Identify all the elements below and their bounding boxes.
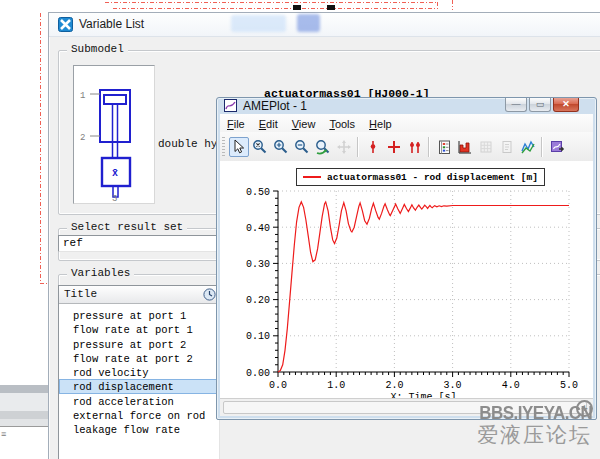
dual-marker-tool-button[interactable] (405, 137, 425, 157)
export-plot-button[interactable] (547, 137, 567, 157)
mass-symbol: x̄ (112, 168, 118, 179)
variable-list-window-icon (58, 17, 73, 32)
submodel-group-label: Submodel (67, 43, 128, 55)
minimize-button[interactable]: — (505, 98, 527, 112)
result-set-field[interactable]: ref (58, 235, 220, 252)
svg-text:2.0: 2.0 (385, 380, 403, 391)
sketch-component-ghost (297, 14, 320, 32)
zoom-in-icon (273, 139, 289, 155)
sketch-ghost (231, 15, 286, 32)
variable-row[interactable]: pressure at port 2 (59, 337, 219, 351)
plot-legend: actuatormass01 - rod displacement [m] (296, 168, 545, 186)
notebook-icon (436, 139, 452, 155)
toolbar-separator (541, 137, 543, 157)
select-tool-button[interactable] (229, 137, 249, 157)
menu-edit[interactable]: Edit (252, 117, 285, 131)
variable-row[interactable]: rod displacement (59, 379, 219, 393)
window-title: AMEPlot - 1 (243, 99, 307, 113)
curves-icon (520, 139, 536, 155)
svg-text:3.0: 3.0 (444, 380, 462, 391)
surface-plot-button[interactable] (476, 137, 496, 157)
submodel-schematic: x̄ 1 2 3 (73, 65, 155, 204)
port-label-3: 3 (112, 194, 117, 203)
svg-text:0.20: 0.20 (246, 295, 270, 306)
cross-marker-tool-button[interactable] (384, 137, 404, 157)
selection-marquee-right-inner (437, 2, 438, 10)
svg-text:0.0: 0.0 (269, 380, 287, 391)
ameplot-window-icon (224, 99, 237, 112)
title-column-header[interactable]: Title (64, 288, 97, 300)
variables-group-label: Variables (67, 267, 134, 279)
ameplot-titlebar[interactable]: AMEPlot - 1 — ▭ ✕ (217, 98, 596, 114)
selection-handle[interactable] (327, 5, 335, 10)
marker-tool-button[interactable] (363, 137, 383, 157)
svg-text:5.0: 5.0 (560, 380, 578, 391)
ameplot-statusbar (220, 398, 593, 416)
variable-list-titlebar[interactable]: Variable List (49, 13, 600, 37)
svg-text:0.00: 0.00 (246, 368, 270, 379)
variable-row[interactable]: external force on rod (59, 408, 219, 422)
grip-icon: ≡ (1, 429, 6, 439)
maximize-button[interactable]: ▭ (529, 98, 551, 112)
svg-text:0.10: 0.10 (246, 331, 270, 342)
dual-marker-icon (407, 139, 423, 155)
surface-icon (478, 139, 494, 155)
export-icon (549, 139, 565, 155)
legend-line-sample (303, 176, 321, 178)
plot-area[interactable]: 0.01.02.03.04.05.00.000.100.200.300.400.… (220, 161, 593, 399)
menu-file[interactable]: File (220, 117, 252, 131)
selection-marquee-top-inner (113, 8, 437, 9)
histogram-icon (457, 139, 473, 155)
variables-table: Title pressure at port 1flow rate at por… (58, 285, 220, 459)
pan-icon (336, 139, 352, 155)
zoom-out-icon (294, 139, 310, 155)
ameplot-window: AMEPlot - 1 — ▭ ✕ FileEditViewToolsHelp … (216, 97, 597, 420)
marker-icon (365, 139, 381, 155)
svg-text:4.0: 4.0 (502, 380, 520, 391)
histogram-button[interactable] (455, 137, 475, 157)
variables-list: pressure at port 1flow rate at port 1pre… (59, 304, 219, 437)
cursor-icon (231, 139, 247, 155)
menu-tools[interactable]: Tools (322, 117, 362, 131)
plot-canvas[interactable]: 0.01.02.03.04.05.00.000.100.200.300.400.… (220, 161, 593, 399)
close-button[interactable]: ✕ (553, 98, 579, 112)
variable-row[interactable]: rod acceleration (59, 394, 219, 408)
variable-row[interactable]: rod velocity (59, 365, 219, 379)
menu-help[interactable]: Help (362, 117, 399, 131)
zoom-in-tool-button[interactable] (271, 137, 291, 157)
selection-marquee-top (105, 2, 438, 3)
curve-manager-button[interactable] (518, 137, 538, 157)
variable-row[interactable]: flow rate at port 1 (59, 322, 219, 336)
variables-list-button[interactable] (434, 137, 454, 157)
toolbar-grip[interactable] (222, 137, 225, 157)
menu-view[interactable]: View (285, 117, 323, 131)
zoom-box-tool-button[interactable] (250, 137, 270, 157)
result-set-label: Select result set (67, 221, 187, 233)
zoom-prev-icon (315, 139, 331, 155)
window-title: Variable List (79, 17, 144, 31)
cross-marker-icon (386, 139, 402, 155)
variable-row[interactable]: pressure at port 1 (59, 308, 219, 322)
legend-label: actuatormass01 - rod displacement [m] (327, 172, 538, 183)
status-field (223, 401, 587, 414)
ameplot-toolbar (220, 132, 593, 162)
variable-row[interactable]: flow rate at port 2 (59, 351, 219, 365)
ameplot-menubar: FileEditViewToolsHelp (220, 114, 593, 133)
svg-text:1.0: 1.0 (327, 380, 345, 391)
copy-icon (499, 139, 515, 155)
zoom-previous-tool-button[interactable] (313, 137, 333, 157)
copy-button[interactable] (497, 137, 517, 157)
zoom-out-tool-button[interactable] (292, 137, 312, 157)
pan-tool-button[interactable] (334, 137, 354, 157)
selection-handle[interactable] (293, 5, 301, 10)
port-label-1: 1 (80, 91, 85, 101)
clock-icon[interactable] (203, 288, 216, 301)
circle-plus-icon: + (576, 400, 593, 417)
svg-text:0.40: 0.40 (246, 223, 270, 234)
svg-text:0.50: 0.50 (246, 187, 270, 198)
toolbar-separator (428, 137, 430, 157)
variable-row[interactable]: leakage flow rate (59, 422, 219, 436)
toolbar-separator (357, 137, 359, 157)
variables-table-header[interactable]: Title (59, 286, 219, 304)
zoom-x-icon (252, 139, 268, 155)
